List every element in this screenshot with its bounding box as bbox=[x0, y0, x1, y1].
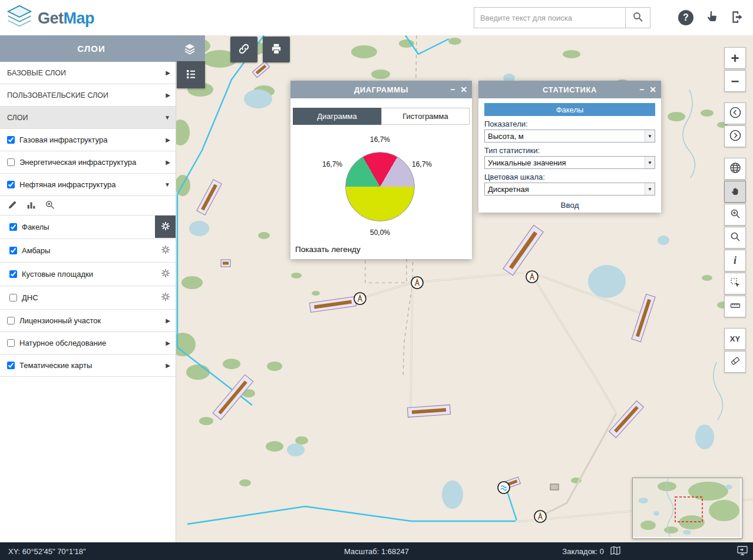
layers-stack-icon[interactable] bbox=[183, 42, 197, 56]
cursor-coordinates: XY: 60°52'45" 70°1'18" bbox=[8, 542, 86, 560]
sidebar-item-base-layers[interactable]: БАЗОВЫЕ СЛОИ ▶ bbox=[0, 62, 176, 84]
statistics-panel-header[interactable]: СТАТИСТИКА − ✕ bbox=[478, 81, 661, 98]
diagrams-panel-header[interactable]: ДИАГРАММЫ − ✕ bbox=[290, 81, 472, 98]
layer-checkbox-field-survey[interactable] bbox=[7, 339, 15, 347]
brand-part-1: Get bbox=[38, 9, 64, 27]
pan-tool-button[interactable] bbox=[724, 181, 746, 203]
minimize-button[interactable]: − bbox=[450, 85, 455, 94]
search-area-button[interactable] bbox=[724, 227, 746, 248]
layer-row-field-survey[interactable]: Натурное обследование ▶ bbox=[0, 332, 176, 354]
layer-row-license-area[interactable]: Лицензионный участок ▶ bbox=[0, 310, 176, 332]
eraser-icon bbox=[729, 355, 741, 369]
layer-checkbox-thematic-maps[interactable] bbox=[7, 362, 15, 369]
close-icon[interactable]: ✕ bbox=[460, 85, 467, 94]
search-button[interactable] bbox=[626, 7, 650, 28]
minimize-button[interactable]: − bbox=[639, 85, 644, 94]
next-extent-button[interactable] bbox=[724, 125, 746, 147]
pointer-mode-button[interactable] bbox=[702, 8, 721, 27]
layer-checkbox-gas[interactable] bbox=[7, 136, 15, 144]
pie-label-top: 16,7% bbox=[345, 135, 415, 144]
layer-checkbox-license-area[interactable] bbox=[7, 317, 15, 324]
diagrams-panel: ДИАГРАММЫ − ✕ Диаграмма Гистограмма 16,7… bbox=[290, 81, 472, 259]
magnifier-plus-icon bbox=[45, 200, 55, 212]
zoom-out-button[interactable]: − bbox=[724, 70, 746, 92]
sidebar-item-user-layers[interactable]: ПОЛЬЗОВАТЕЛЬСКИЕ СЛОИ ▶ bbox=[0, 84, 176, 107]
chevron-right-icon: ▶ bbox=[166, 159, 170, 165]
layer-checkbox-oil[interactable] bbox=[7, 181, 15, 188]
zoom-to-layer-button[interactable] bbox=[42, 198, 58, 213]
sublayer-checkbox-ambary[interactable] bbox=[9, 247, 17, 254]
clear-graphics-button[interactable] bbox=[724, 351, 746, 373]
tab-histogram[interactable]: Гистограмма bbox=[381, 108, 470, 125]
sublayer-row-ambary[interactable]: Амбары bbox=[0, 239, 176, 263]
layer-row-oil[interactable]: Нефтяная инфраструктура ▼ bbox=[0, 174, 176, 196]
full-extent-button[interactable] bbox=[724, 158, 746, 180]
well-pads-settings-button[interactable] bbox=[155, 263, 176, 285]
help-button[interactable]: ? bbox=[676, 8, 695, 27]
diagram-tool-button[interactable] bbox=[24, 198, 39, 213]
measure-button[interactable] bbox=[724, 296, 746, 317]
share-link-button[interactable] bbox=[230, 37, 257, 62]
search-input[interactable] bbox=[474, 7, 626, 28]
zoom-rectangle-button[interactable] bbox=[724, 204, 746, 226]
layer-checkbox-energy[interactable] bbox=[7, 158, 15, 166]
sublayer-label: Кустовые площадки bbox=[22, 270, 93, 279]
map-toolbar bbox=[230, 37, 290, 62]
magnifier-icon bbox=[729, 231, 741, 244]
dns-settings-button[interactable] bbox=[155, 286, 176, 309]
chevron-right-icon: ▶ bbox=[166, 362, 170, 369]
sublayer-label: ДНС bbox=[22, 293, 38, 302]
brand-part-2: Map bbox=[64, 9, 95, 27]
diagrams-panel-title: ДИАГРАММЫ bbox=[290, 81, 472, 98]
zoom-in-button[interactable]: + bbox=[724, 47, 746, 69]
sidebar-item-layers-group[interactable]: СЛОИ ▼ bbox=[0, 107, 176, 129]
sublayer-checkbox-well-pads[interactable] bbox=[9, 270, 17, 278]
color-scale-select[interactable]: Дискретная ▼ bbox=[484, 183, 655, 195]
layer-row-energy[interactable]: Энергетическая инфраструктура ▶ bbox=[0, 151, 176, 174]
app-logo[interactable]: GetMap bbox=[5, 4, 94, 33]
info-icon: i bbox=[734, 254, 737, 267]
pointer-hand-icon bbox=[704, 9, 719, 26]
pie-label-right: 16,7% bbox=[412, 160, 432, 168]
flares-settings-button[interactable] bbox=[155, 216, 176, 238]
gear-icon bbox=[160, 220, 171, 234]
stat-type-select[interactable]: Уникальные значения ▼ bbox=[484, 156, 655, 169]
layer-label: Натурное обследование bbox=[19, 339, 106, 347]
layer-row-gas[interactable]: Газовая инфраструктура ▶ bbox=[0, 129, 176, 151]
submit-button[interactable]: Ввод bbox=[484, 201, 655, 210]
select-features-button[interactable] bbox=[724, 273, 746, 294]
layer-row-thematic-maps[interactable]: Тематические карты ▶ bbox=[0, 354, 176, 377]
previous-extent-button[interactable] bbox=[724, 102, 746, 124]
help-icon: ? bbox=[678, 10, 693, 25]
search-icon bbox=[632, 11, 644, 25]
diagram-tabs: Диаграмма Гистограмма bbox=[293, 108, 470, 125]
print-button[interactable] bbox=[263, 37, 290, 62]
gear-icon bbox=[160, 267, 171, 281]
close-icon[interactable]: ✕ bbox=[649, 85, 656, 94]
overview-map[interactable] bbox=[632, 478, 742, 539]
chevron-right-icon: ▶ bbox=[166, 317, 170, 324]
identify-button[interactable]: i bbox=[724, 250, 746, 271]
map-legend-button[interactable] bbox=[177, 61, 205, 88]
sublayer-checkbox-dns[interactable] bbox=[9, 294, 17, 301]
show-legend-link[interactable]: Показать легенду bbox=[295, 245, 361, 254]
sublayer-row-well-pads[interactable]: Кустовые площадки bbox=[0, 263, 176, 286]
statistics-panel: СТАТИСТИКА − ✕ Факелы Показатели: Высота… bbox=[478, 81, 661, 213]
indicator-select[interactable]: Высота, м ▼ bbox=[484, 130, 655, 143]
bookmark-map-icon[interactable] bbox=[610, 546, 622, 557]
save-extent-button[interactable] bbox=[737, 542, 748, 560]
layer-label: Лицензионный участок bbox=[19, 316, 101, 325]
chevron-down-icon: ▼ bbox=[164, 114, 170, 121]
coordinates-button[interactable]: XY bbox=[724, 328, 746, 350]
arrow-right-circle-icon bbox=[729, 129, 742, 144]
sublayer-checkbox-flares[interactable] bbox=[9, 223, 17, 231]
pie-label-left: 16,7% bbox=[308, 160, 342, 168]
pie-chart bbox=[345, 152, 415, 221]
edit-tool-button[interactable] bbox=[5, 198, 20, 213]
tab-diagram[interactable]: Диаграмма bbox=[293, 108, 381, 125]
sublayer-row-dns[interactable]: ДНС bbox=[0, 286, 176, 310]
chevron-right-icon: ▶ bbox=[166, 69, 170, 76]
sublayer-row-flares[interactable]: Факелы bbox=[0, 216, 176, 239]
logout-button[interactable] bbox=[728, 8, 747, 27]
ambary-settings-button[interactable] bbox=[155, 239, 176, 261]
